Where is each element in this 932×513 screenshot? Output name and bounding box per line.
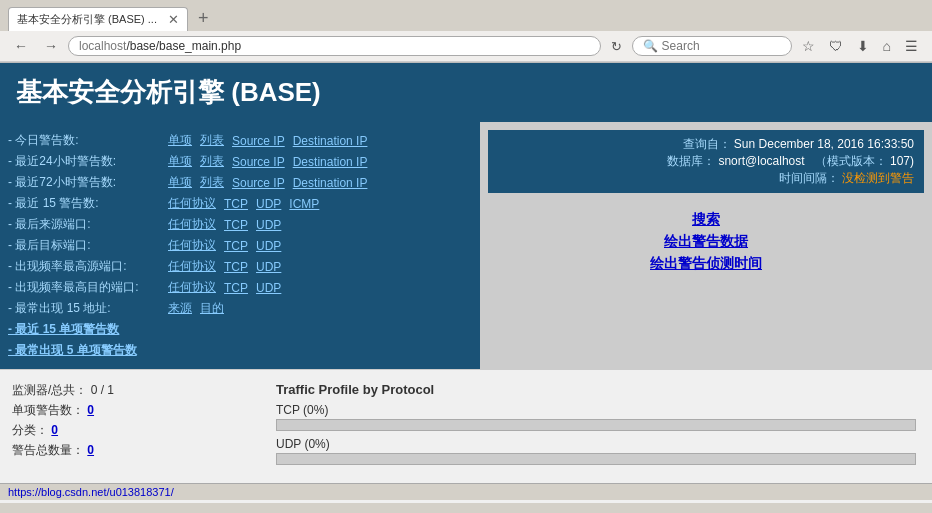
udp-label: UDP (0%) — [276, 437, 916, 451]
bottom-section: 监测器/总共： 0 / 1 单项警告数： 0 分类： 0 警告总数量： 0 Tr… — [0, 369, 932, 483]
url-path: /base/base_main.php — [126, 39, 241, 53]
tcp-bar-bg — [276, 419, 916, 431]
traffic-title: Traffic Profile by Protocol — [276, 382, 916, 397]
24h-alert-destip-link[interactable]: Destination IP — [293, 155, 368, 169]
total-value-link[interactable]: 0 — [87, 443, 94, 457]
top-dst-port-udp-link[interactable]: UDP — [256, 281, 281, 295]
today-alert-list-link[interactable]: 列表 — [200, 132, 224, 149]
last-dst-port-udp-link[interactable]: UDP — [256, 239, 281, 253]
query-interval-row: 时间间隔： 没检测到警告 — [498, 170, 914, 187]
query-time-value: Sun December 18, 2016 16:33:50 — [734, 137, 914, 151]
query-schema-label: （模式版本： — [815, 154, 887, 168]
alert-label: 单项警告数： — [12, 403, 84, 417]
query-info-panel: 查询自： Sun December 18, 2016 16:33:50 数据库：… — [488, 130, 924, 193]
top-dst-port-tcp-link[interactable]: TCP — [224, 281, 248, 295]
last-src-port-tcp-link[interactable]: TCP — [224, 218, 248, 232]
last15-alert-label: - 最近 15 警告数: — [8, 195, 168, 212]
traffic-udp: UDP (0%) — [276, 437, 916, 465]
top-src-port-tcp-link[interactable]: TCP — [224, 260, 248, 274]
search-link[interactable]: 搜索 — [692, 211, 720, 229]
address-bar[interactable]: localhost /base/base_main.php — [68, 36, 601, 56]
top15-addr-label: - 最常出现 15 地址: — [8, 300, 168, 317]
24h-alert-single-link[interactable]: 单项 — [168, 153, 192, 170]
72h-alert-list-link[interactable]: 列表 — [200, 174, 224, 191]
total-label: 警告总数量： — [12, 443, 84, 457]
alert-stat: 单项警告数： 0 — [12, 402, 264, 419]
home-button[interactable]: ⌂ — [877, 35, 897, 57]
last15-icmp-link[interactable]: ICMP — [289, 197, 319, 211]
today-alert-single-link[interactable]: 单项 — [168, 132, 192, 149]
last15-alerts-link[interactable]: - 最近 15 单项警告数 — [8, 321, 119, 338]
class-value-link[interactable]: 0 — [51, 423, 58, 437]
search-box[interactable]: 🔍 — [632, 36, 792, 56]
stats-row-top5-alerts: - 最常出现 5 单项警告数 — [8, 340, 472, 361]
traffic-tcp: TCP (0%) — [276, 403, 916, 431]
today-alert-sourceip-link[interactable]: Source IP — [232, 134, 285, 148]
right-panel: 查询自： Sun December 18, 2016 16:33:50 数据库：… — [480, 122, 932, 369]
query-time-row: 查询自： Sun December 18, 2016 16:33:50 — [498, 136, 914, 153]
sensor-label: 监测器/总共： — [12, 383, 87, 397]
stats-row-last-dst-port: - 最后目标端口: 任何协议 TCP UDP — [8, 235, 472, 256]
query-db-label: 数据库： — [667, 154, 715, 168]
status-bar: https://blog.csdn.net/u013818371/ — [0, 483, 932, 500]
72h-alert-sourceip-link[interactable]: Source IP — [232, 176, 285, 190]
top-src-port-udp-link[interactable]: UDP — [256, 260, 281, 274]
draw-alert-data-link[interactable]: 绘出警告数据 — [664, 233, 748, 251]
sensor-value: 0 / 1 — [91, 383, 114, 397]
status-url: https://blog.csdn.net/u013818371/ — [8, 486, 174, 498]
back-button[interactable]: ← — [8, 36, 34, 56]
menu-button[interactable]: ☰ — [899, 35, 924, 57]
top-dst-port-any-link[interactable]: 任何协议 — [168, 279, 216, 296]
top-dst-port-label: - 出现频率最高目的端口: — [8, 279, 168, 296]
query-schema-value: 107) — [890, 154, 914, 168]
top-src-port-any-link[interactable]: 任何协议 — [168, 258, 216, 275]
page-header: 基本安全分析引擎 (BASE) — [0, 63, 932, 122]
last15-any-link[interactable]: 任何协议 — [168, 195, 216, 212]
top5-alerts-link[interactable]: - 最常出现 5 单项警告数 — [8, 342, 137, 359]
stats-panel: - 今日警告数: 单项 列表 Source IP Destination IP … — [0, 122, 480, 369]
query-db-value: snort@localhost — [718, 154, 804, 168]
tab-close-button[interactable]: ✕ — [168, 12, 179, 27]
top15-addr-dst-link[interactable]: 目的 — [200, 300, 224, 317]
class-label: 分类： — [12, 423, 48, 437]
last-src-port-udp-link[interactable]: UDP — [256, 218, 281, 232]
shield-button[interactable]: 🛡 — [823, 35, 849, 57]
stats-row-today: - 今日警告数: 单项 列表 Source IP Destination IP — [8, 130, 472, 151]
last15-udp-link[interactable]: UDP — [256, 197, 281, 211]
refresh-button[interactable]: ↻ — [605, 37, 628, 56]
stats-row-last15-alerts: - 最近 15 单项警告数 — [8, 319, 472, 340]
download-button[interactable]: ⬇ — [851, 35, 875, 57]
forward-button[interactable]: → — [38, 36, 64, 56]
last-dst-port-tcp-link[interactable]: TCP — [224, 239, 248, 253]
today-alert-destip-link[interactable]: Destination IP — [293, 134, 368, 148]
72h-alert-label: - 最近72小时警告数: — [8, 174, 168, 191]
sensor-stat: 监测器/总共： 0 / 1 — [12, 382, 264, 399]
alert-value-link[interactable]: 0 — [87, 403, 94, 417]
72h-alert-destip-link[interactable]: Destination IP — [293, 176, 368, 190]
tab-bar: 基本安全分析引擎 (BASE) ... ✕ + — [0, 0, 932, 31]
active-tab[interactable]: 基本安全分析引擎 (BASE) ... ✕ — [8, 7, 188, 31]
72h-alert-single-link[interactable]: 单项 — [168, 174, 192, 191]
action-links: 搜索 绘出警告数据 绘出警告侦测时间 — [488, 201, 924, 283]
new-tab-button[interactable]: + — [192, 6, 215, 31]
stats-row-last-src-port: - 最后来源端口: 任何协议 TCP UDP — [8, 214, 472, 235]
query-db-row: 数据库： snort@localhost （模式版本： 107) — [498, 153, 914, 170]
tcp-label: TCP (0%) — [276, 403, 916, 417]
draw-alert-time-link[interactable]: 绘出警告侦测时间 — [650, 255, 762, 273]
last15-tcp-link[interactable]: TCP — [224, 197, 248, 211]
stats-row-24h: - 最近24小时警告数: 单项 列表 Source IP Destination… — [8, 151, 472, 172]
bottom-left: 监测器/总共： 0 / 1 单项警告数： 0 分类： 0 警告总数量： 0 — [8, 378, 268, 475]
tab-title: 基本安全分析引擎 (BASE) ... — [17, 12, 162, 27]
top-src-port-label: - 出现频率最高源端口: — [8, 258, 168, 275]
24h-alert-sourceip-link[interactable]: Source IP — [232, 155, 285, 169]
24h-alert-list-link[interactable]: 列表 — [200, 153, 224, 170]
last-src-port-label: - 最后来源端口: — [8, 216, 168, 233]
last-src-port-any-link[interactable]: 任何协议 — [168, 216, 216, 233]
search-input[interactable] — [662, 39, 812, 53]
udp-bar-bg — [276, 453, 916, 465]
last-dst-port-any-link[interactable]: 任何协议 — [168, 237, 216, 254]
query-time-label: 查询自： — [683, 137, 731, 151]
top15-addr-src-link[interactable]: 来源 — [168, 300, 192, 317]
bookmark-button[interactable]: ☆ — [796, 35, 821, 57]
browser-chrome: 基本安全分析引擎 (BASE) ... ✕ + ← → localhost /b… — [0, 0, 932, 63]
